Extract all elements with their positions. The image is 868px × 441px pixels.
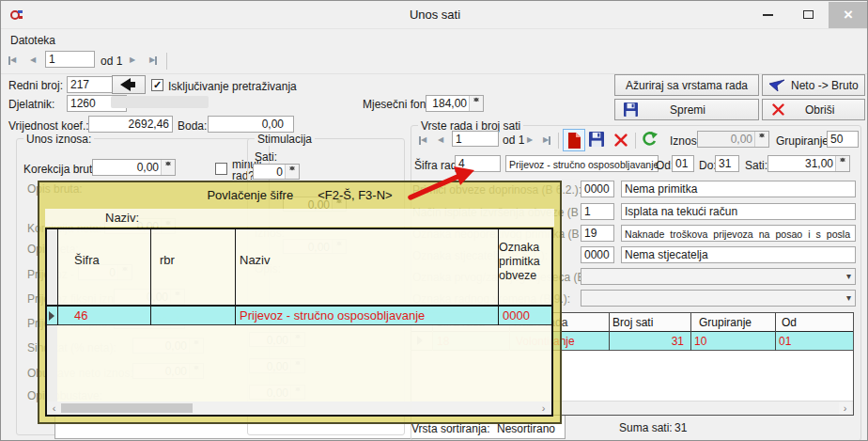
table-hscrollbar[interactable]: ‹ › xyxy=(47,402,551,415)
naziv-search-field[interactable]: Naziv: xyxy=(45,209,554,227)
grid-column-line xyxy=(775,313,776,351)
korekcija-bruta-value: 0,00 xyxy=(95,161,159,175)
spremi-button[interactable]: Spremi xyxy=(614,99,759,120)
sortiranje-label: Vrsta sortiranja: xyxy=(411,422,490,435)
spinner-buttons[interactable] xyxy=(835,156,849,171)
boda-input[interactable]: 0,00 xyxy=(208,116,294,133)
vrste-nav-first-button[interactable]: ◀ xyxy=(414,132,431,149)
toolbar-separator xyxy=(635,133,636,149)
table-cell-oznaka: 0000 xyxy=(503,308,530,323)
close-button[interactable]: × xyxy=(829,2,868,28)
neto-bruto-label: Neto -> Bruto xyxy=(791,79,859,92)
nav-prev-icon: ◀ xyxy=(438,136,443,144)
sati-label: Sati: xyxy=(745,159,767,172)
b-row-desc-field: Isplata na tekući račun xyxy=(621,203,856,220)
nav-position-input[interactable]: 1 xyxy=(45,51,95,68)
vrste-iznos-spinner: 0,00 xyxy=(697,131,769,148)
stimulacija-sati-spinner[interactable]: 0 xyxy=(253,164,300,180)
b-row-code-input[interactable]: 19 xyxy=(581,225,614,242)
table-col-naziv[interactable]: Naziv xyxy=(240,253,271,267)
scroll-left-icon[interactable]: ‹ xyxy=(48,402,60,414)
b-row-desc-field: Naknade troškova prijevoza na posao i s … xyxy=(621,225,856,242)
spinner-buttons[interactable] xyxy=(285,165,299,179)
table-col-oznaka[interactable]: Oznaka primitka obveze xyxy=(499,241,550,283)
grid-col-od[interactable]: Od xyxy=(782,316,797,329)
vrste-iznos-label: Iznos: xyxy=(670,134,700,148)
mjesecni-fond-spinner[interactable]: 184,00 xyxy=(426,95,484,112)
table-column-line xyxy=(150,229,151,325)
sati-spinner[interactable]: 31,00 xyxy=(767,155,850,172)
maximize-button[interactable] xyxy=(788,1,829,28)
obrisi-button[interactable]: Obriši xyxy=(762,99,865,120)
spinner-buttons[interactable] xyxy=(469,96,483,111)
neto-bruto-arrow-icon xyxy=(769,79,784,91)
vrste-nav-next-button[interactable]: ▶ xyxy=(521,132,538,149)
grid-col-grupiranje[interactable]: Grupiranje xyxy=(699,316,752,329)
table-cell-sifra: 46 xyxy=(74,308,87,323)
radno-vrijeme-dropdown[interactable]: ▾ xyxy=(581,290,856,307)
grupiranje-label: Grupiranje: xyxy=(776,134,831,148)
iskljucivanje-checkbox[interactable]: ✓ xyxy=(151,79,163,91)
neto-bruto-button[interactable]: Neto -> Bruto xyxy=(762,74,865,96)
titlebar[interactable]: Unos sati × xyxy=(1,1,868,28)
back-arrow-button[interactable] xyxy=(112,75,146,94)
od-input[interactable]: 01 xyxy=(672,155,694,172)
menubar: Datoteka xyxy=(1,28,868,51)
nav-next-icon: ▶ xyxy=(527,136,533,144)
table-col-sifra[interactable]: Šifra xyxy=(74,253,100,267)
do-input[interactable]: 31 xyxy=(715,155,739,172)
b-row-code-input[interactable]: 0000 xyxy=(581,181,614,197)
chevron-down-icon: ▾ xyxy=(846,271,851,281)
menu-datoteka[interactable]: Datoteka xyxy=(10,34,55,47)
nav-last-icon xyxy=(155,56,157,65)
nav-prev-button[interactable]: ◀ xyxy=(24,52,41,69)
table-col-rbr[interactable]: rbr xyxy=(160,253,175,267)
spinner-buttons[interactable] xyxy=(161,160,175,175)
vrijednost-koef-input[interactable]: 2692,46 xyxy=(88,116,173,133)
redni-broj-label: Redni broj: xyxy=(8,79,63,92)
prvi-zadnji-mjesec-dropdown[interactable]: ▾ xyxy=(581,268,856,285)
djelatnik-name-field xyxy=(111,96,209,108)
mjesecni-fond-value: 184,00 xyxy=(428,97,467,111)
new-record-button[interactable] xyxy=(563,129,585,151)
vrste-nav-prev-button[interactable]: ◀ xyxy=(432,132,449,149)
refresh-button[interactable] xyxy=(642,132,659,149)
scroll-right-icon[interactable]: › xyxy=(537,402,550,414)
scrollbar-thumb[interactable] xyxy=(61,403,193,413)
nav-first-button[interactable]: ◀ xyxy=(4,52,21,69)
red-annotation-arrow-icon xyxy=(405,163,476,202)
minuli-rad-checkbox[interactable] xyxy=(215,163,227,175)
b-row-code-input[interactable]: 0000 xyxy=(581,246,614,263)
stimulacija-title: Stimulacija xyxy=(255,133,315,146)
app-window: Unos sati × Datoteka ◀ ◀ 1 od 1 ▶ ▶ Redn xyxy=(0,0,868,441)
save-record-button[interactable] xyxy=(589,132,606,149)
nav-first-icon: ◀ xyxy=(421,136,426,144)
vrsta-rada-naziv-field[interactable]: Prijevoz - stručno osposobljavanje xyxy=(505,155,659,172)
spremi-label: Spremi xyxy=(670,103,705,117)
unos-iznosa-title: Unos iznosa: xyxy=(23,133,94,146)
green-refresh-icon xyxy=(642,132,658,148)
minimize-button[interactable] xyxy=(748,1,788,28)
delete-record-button[interactable] xyxy=(614,134,628,148)
sifre-table[interactable]: Šifra rbr Naziv Oznaka primitka obveze 4… xyxy=(45,228,553,417)
scroll-right-icon[interactable]: › xyxy=(839,402,851,414)
table-selected-row[interactable]: 46 Prijevoz - stručno osposobljavanje 00… xyxy=(47,307,551,325)
nav-next-button[interactable]: ▶ xyxy=(124,52,141,69)
red-document-icon xyxy=(567,133,581,149)
nav-of-label: od 1 xyxy=(101,55,122,68)
grid-col-broj-sati[interactable]: Broj sati xyxy=(612,316,653,329)
b-row-code-input[interactable]: 1 xyxy=(581,203,614,220)
nav-last-button[interactable]: ▶ xyxy=(145,52,162,69)
vrijednost-koef-label: Vrijednost koef.: xyxy=(8,119,89,133)
azuriraj-button[interactable]: Ažuriraj sa vrstama rada xyxy=(614,74,759,96)
vrste-nav-last-button[interactable]: ▶ xyxy=(538,132,555,149)
obrisi-label: Obriši xyxy=(805,103,834,117)
main-record-navigator: ◀ ◀ 1 od 1 ▶ ▶ xyxy=(1,50,868,74)
minimize-icon xyxy=(763,14,773,16)
grupiranje-input[interactable]: 50 xyxy=(827,131,859,148)
do-label: Do: xyxy=(699,159,717,172)
nav-last-icon xyxy=(549,136,550,145)
korekcija-bruta-spinner[interactable]: 0,00 xyxy=(92,159,176,176)
vrste-nav-position-input[interactable]: 1 xyxy=(452,131,499,147)
b-row-desc-field: Nema primitka xyxy=(621,181,856,197)
